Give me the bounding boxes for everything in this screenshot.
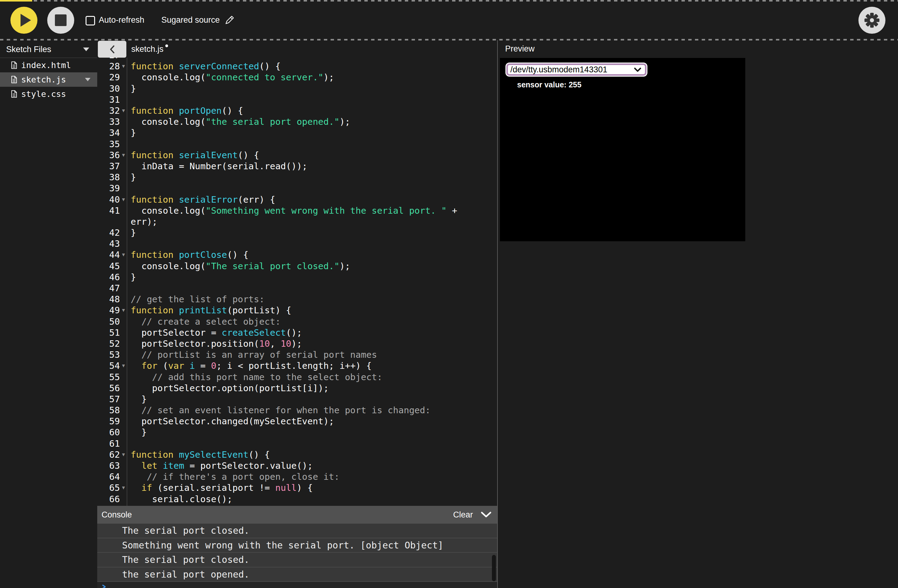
edit-pencil-icon[interactable] bbox=[225, 15, 234, 25]
line-number: 27 bbox=[97, 58, 127, 60]
code-text: } bbox=[131, 172, 136, 183]
code-line[interactable]: 38} bbox=[97, 172, 497, 183]
line-number: 44▼ bbox=[97, 250, 127, 260]
stop-button[interactable] bbox=[47, 7, 74, 34]
line-number: 28▼ bbox=[97, 61, 127, 71]
console-collapse-button[interactable] bbox=[481, 512, 491, 518]
file-item-style.css[interactable]: style.css bbox=[0, 87, 97, 101]
serial-port-select[interactable]: /dev/tty.usbmodem143301 bbox=[506, 63, 646, 76]
console-message: The serial port closed. bbox=[97, 553, 497, 568]
code-line[interactable]: 52 portSelector.position(10, 10); bbox=[97, 338, 497, 349]
fold-arrow-icon[interactable]: ▼ bbox=[120, 108, 127, 113]
code-line[interactable]: 44▼function portClose() { bbox=[97, 249, 497, 260]
line-number: 62▼ bbox=[97, 450, 127, 460]
fold-arrow-icon[interactable]: ▼ bbox=[120, 197, 127, 202]
code-line[interactable]: 65▼ if (serial.serialport != null) { bbox=[97, 482, 497, 493]
code-line[interactable]: 62▼function mySelectEvent() { bbox=[97, 449, 497, 460]
code-text: // if there's a port open, close it: bbox=[131, 471, 340, 482]
code-text: console.log("Something went wrong with t… bbox=[131, 206, 457, 216]
fold-arrow-icon[interactable]: ▼ bbox=[120, 452, 127, 457]
code-line[interactable]: 48// get the list of ports: bbox=[97, 294, 497, 305]
sketch-canvas: /dev/tty.usbmodem143301 sensor value: 25… bbox=[500, 58, 745, 241]
sketch-name[interactable]: Sugared source bbox=[161, 0, 234, 40]
code-line[interactable]: 60 } bbox=[97, 427, 497, 438]
console-clear-button[interactable]: Clear bbox=[453, 510, 473, 520]
line-number: 37 bbox=[97, 161, 127, 171]
file-icon bbox=[11, 61, 17, 69]
fold-arrow-icon[interactable]: ▼ bbox=[120, 485, 127, 490]
code-line[interactable]: 32▼function portOpen() { bbox=[97, 105, 497, 116]
console-message: The serial port closed. bbox=[97, 524, 497, 538]
auto-refresh-checkbox[interactable] bbox=[86, 16, 95, 25]
tab-sketch-js[interactable]: sketch.js bbox=[131, 41, 168, 58]
code-text: let item = portSelector.value(); bbox=[131, 461, 313, 471]
code-line[interactable]: err); bbox=[97, 216, 497, 227]
code-line[interactable]: 45 console.log("The serial port closed."… bbox=[97, 261, 497, 272]
code-line[interactable]: 66 serial.close(); bbox=[97, 494, 497, 505]
code-line[interactable]: 42} bbox=[97, 227, 497, 238]
line-number: 59 bbox=[97, 416, 127, 427]
p5-web-editor: Auto-refresh Sugared source bbox=[0, 0, 898, 588]
code-text: console.log("the serial port opened."); bbox=[131, 117, 350, 127]
code-line[interactable]: 35 bbox=[97, 138, 497, 150]
code-line[interactable]: 64 // if there's a port open, close it: bbox=[97, 471, 497, 482]
code-line[interactable]: 49▼function printList(portList) { bbox=[97, 305, 497, 316]
code-line[interactable]: 27 bbox=[97, 58, 497, 61]
toolbar-top-yellow-segment bbox=[0, 0, 32, 2]
code-line[interactable]: 51 portSelector = createSelect(); bbox=[97, 327, 497, 338]
code-text: // create a select object: bbox=[131, 316, 281, 327]
code-line[interactable]: 41 console.log("Something went wrong wit… bbox=[97, 205, 497, 216]
line-number: 61 bbox=[97, 438, 127, 449]
file-item-index.html[interactable]: index.html bbox=[0, 58, 97, 72]
preview-title: Preview bbox=[505, 40, 535, 57]
code-line[interactable]: 55 // add this port name to the select o… bbox=[97, 371, 497, 382]
code-line[interactable]: 47 bbox=[97, 282, 497, 294]
line-number: 31 bbox=[97, 94, 127, 105]
code-line[interactable]: 57 } bbox=[97, 394, 497, 405]
code-line[interactable]: 39 bbox=[97, 183, 497, 194]
code-text: // add this port name to the select obje… bbox=[131, 372, 383, 382]
fold-arrow-icon[interactable]: ▼ bbox=[120, 308, 127, 313]
code-line[interactable]: 56 portSelector.option(portList[i]); bbox=[97, 382, 497, 394]
file-item-sketch.js[interactable]: sketch.js bbox=[0, 72, 97, 87]
fold-arrow-icon[interactable]: ▼ bbox=[120, 64, 127, 69]
line-number: 42 bbox=[97, 227, 127, 238]
chevron-down-icon[interactable] bbox=[85, 78, 91, 81]
play-button[interactable] bbox=[11, 7, 37, 34]
unsaved-dot bbox=[165, 45, 168, 47]
code-line[interactable]: 61 bbox=[97, 438, 497, 449]
code-text: portSelector.option(portList[i]); bbox=[131, 383, 329, 393]
code-line[interactable]: 59 portSelector.changed(mySelectEvent); bbox=[97, 416, 497, 427]
fold-arrow-icon[interactable]: ▼ bbox=[120, 153, 127, 158]
fold-arrow-icon[interactable]: ▼ bbox=[120, 363, 127, 368]
settings-button[interactable] bbox=[858, 7, 886, 34]
sketch-files-dropdown[interactable]: Sketch Files bbox=[0, 41, 97, 58]
serial-port-select-value: /dev/tty.usbmodem143301 bbox=[508, 65, 607, 75]
code-line[interactable]: 29 console.log("connected to server."); bbox=[97, 72, 497, 83]
code-line[interactable]: 63 let item = portSelector.value(); bbox=[97, 460, 497, 471]
code-line[interactable]: 33 console.log("the serial port opened."… bbox=[97, 116, 497, 127]
code-line[interactable]: 53 // portList is an array of serial por… bbox=[97, 349, 497, 360]
code-line[interactable]: 50 // create a select object: bbox=[97, 316, 497, 327]
code-text: function mySelectEvent() { bbox=[131, 450, 270, 460]
code-line[interactable]: 43 bbox=[97, 238, 497, 249]
line-number: 36▼ bbox=[97, 150, 127, 160]
code-line[interactable]: 34} bbox=[97, 127, 497, 138]
code-line[interactable]: 28▼function serverConnected() { bbox=[97, 61, 497, 72]
collapse-sidebar-button[interactable] bbox=[98, 41, 126, 58]
code-text: function portClose() { bbox=[131, 250, 248, 260]
gutter-separator bbox=[127, 58, 127, 506]
code-line[interactable]: 54▼ for (var i = 0; i < portList.length;… bbox=[97, 360, 497, 371]
console-scrollbar[interactable] bbox=[492, 555, 496, 581]
code-line[interactable]: 30} bbox=[97, 83, 497, 94]
sensor-value-text: sensor value: 255 bbox=[517, 80, 581, 89]
code-editor[interactable]: 2728▼function serverConnected() {29 cons… bbox=[97, 58, 497, 506]
code-line[interactable]: 40▼function serialError(err) { bbox=[97, 194, 497, 205]
code-line[interactable]: 58 // set an event listener for when the… bbox=[97, 405, 497, 416]
code-line[interactable]: 46} bbox=[97, 272, 497, 282]
code-line[interactable]: 36▼function serialEvent() { bbox=[97, 150, 497, 161]
fold-arrow-icon[interactable]: ▼ bbox=[120, 252, 127, 257]
play-icon bbox=[20, 14, 31, 27]
code-line[interactable]: 31 bbox=[97, 94, 497, 105]
code-line[interactable]: 37 inData = Number(serial.read()); bbox=[97, 161, 497, 172]
